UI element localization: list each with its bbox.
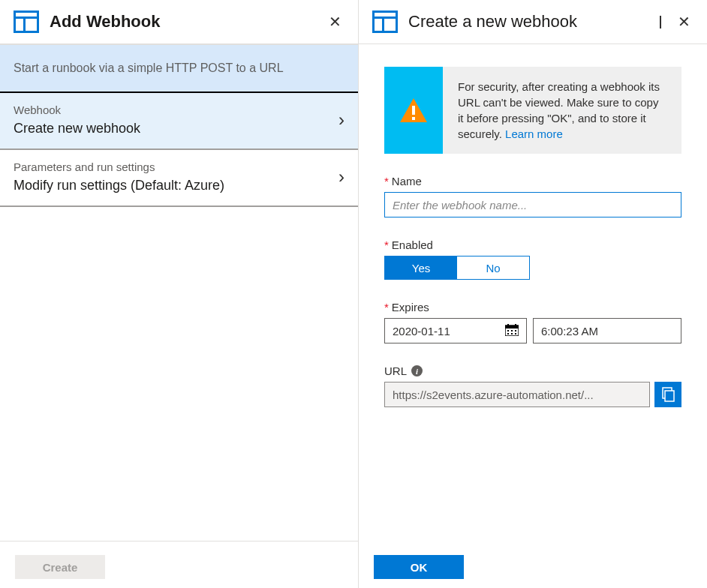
enabled-group: *Enabled Yes No xyxy=(384,238,681,280)
svg-rect-11 xyxy=(505,326,519,328)
info-text: For security, after creating a webhook i… xyxy=(443,67,681,154)
svg-rect-6 xyxy=(375,19,382,31)
left-subheader: Start a runbook via a simple HTTP POST t… xyxy=(0,45,358,93)
svg-rect-21 xyxy=(665,391,674,401)
expires-date-input[interactable]: 2020-01-11 xyxy=(384,318,527,344)
menu-item-webhook[interactable]: Webhook Create new webhook › xyxy=(0,93,358,150)
right-body: For security, after creating a webhook i… xyxy=(359,44,707,542)
ok-button[interactable]: OK xyxy=(374,555,464,579)
left-header: Add Webhook ✕ xyxy=(0,0,358,45)
svg-rect-17 xyxy=(507,333,509,334)
maximize-icon xyxy=(660,16,661,28)
svg-rect-12 xyxy=(507,324,509,326)
create-webhook-pane: Create a new webhook ✕ For security, aft… xyxy=(359,0,707,588)
menu-item-text: Webhook Create new webhook xyxy=(14,104,338,136)
close-icon: ✕ xyxy=(678,14,690,30)
svg-rect-15 xyxy=(511,330,513,332)
pane-icon xyxy=(14,10,39,33)
right-title: Create a new webhook xyxy=(408,12,646,32)
warning-icon xyxy=(399,97,429,124)
url-label-row: URL i xyxy=(384,364,681,377)
url-label: URL xyxy=(384,364,407,377)
url-row: https://s2events.azure-automation.net/..… xyxy=(384,382,681,407)
expires-time-input[interactable]: 6:00:23 AM xyxy=(533,318,681,344)
svg-rect-7 xyxy=(384,19,396,31)
enabled-toggle: Yes No xyxy=(384,256,530,280)
chevron-right-icon: › xyxy=(338,110,344,130)
create-button[interactable]: Create xyxy=(15,555,105,579)
pane-icon xyxy=(372,10,398,33)
close-button-right[interactable]: ✕ xyxy=(675,11,693,32)
enabled-label-text: Enabled xyxy=(392,238,433,251)
calendar-icon xyxy=(505,324,519,338)
svg-rect-3 xyxy=(26,19,37,31)
svg-rect-8 xyxy=(412,106,415,115)
expires-label-text: Expires xyxy=(392,301,429,314)
url-display: https://s2events.azure-automation.net/..… xyxy=(384,382,650,407)
svg-rect-2 xyxy=(16,19,23,31)
name-label-text: Name xyxy=(392,175,422,188)
info-icon[interactable]: i xyxy=(411,365,423,376)
menu-item-value: Modify run settings (Default: Azure) xyxy=(14,178,338,194)
right-footer: OK xyxy=(359,542,707,588)
required-marker: * xyxy=(384,238,389,251)
enabled-label: *Enabled xyxy=(384,238,681,251)
expires-label: *Expires xyxy=(384,301,681,314)
svg-rect-19 xyxy=(515,333,516,334)
copy-icon xyxy=(660,387,675,402)
svg-rect-13 xyxy=(515,324,516,326)
menu-item-parameters[interactable]: Parameters and run settings Modify run s… xyxy=(0,150,358,207)
menu-item-label: Parameters and run settings xyxy=(14,160,338,173)
required-marker: * xyxy=(384,175,389,188)
left-body: Start a runbook via a simple HTTP POST t… xyxy=(0,45,358,541)
close-button-left[interactable]: ✕ xyxy=(326,11,344,32)
right-header: Create a new webhook ✕ xyxy=(359,0,707,44)
left-title: Add Webhook xyxy=(50,12,315,32)
learn-more-link[interactable]: Learn more xyxy=(505,128,563,140)
close-icon: ✕ xyxy=(329,14,341,30)
name-input[interactable] xyxy=(384,192,681,218)
menu-item-text: Parameters and run settings Modify run s… xyxy=(14,160,338,194)
chevron-right-icon: › xyxy=(338,166,344,188)
url-value: https://s2events.azure-automation.net/..… xyxy=(393,388,594,401)
svg-rect-16 xyxy=(515,330,516,332)
svg-rect-14 xyxy=(507,330,509,332)
svg-rect-18 xyxy=(511,333,513,334)
url-group: URL i https://s2events.azure-automation.… xyxy=(384,364,681,407)
menu-item-label: Webhook xyxy=(14,104,338,116)
expires-group: *Expires 2020-01-11 xyxy=(384,301,681,344)
enabled-yes-option[interactable]: Yes xyxy=(385,256,457,279)
menu-item-value: Create new webhook xyxy=(14,121,338,136)
expires-date-value: 2020-01-11 xyxy=(393,325,450,338)
svg-rect-1 xyxy=(16,13,37,16)
name-label: *Name xyxy=(384,175,681,188)
info-icon-panel xyxy=(384,67,443,154)
maximize-button[interactable] xyxy=(657,14,664,31)
expires-datetime-row: 2020-01-11 xyxy=(384,318,681,344)
name-group: *Name xyxy=(384,175,681,218)
required-marker: * xyxy=(384,301,389,314)
expires-time-value: 6:00:23 AM xyxy=(541,325,598,338)
security-info-box: For security, after creating a webhook i… xyxy=(384,67,681,154)
svg-rect-5 xyxy=(375,13,396,16)
left-footer: Create xyxy=(0,541,358,588)
copy-url-button[interactable] xyxy=(654,382,681,407)
add-webhook-pane: Add Webhook ✕ Start a runbook via a simp… xyxy=(0,0,359,588)
enabled-no-option[interactable]: No xyxy=(457,256,529,279)
svg-rect-9 xyxy=(412,117,415,120)
